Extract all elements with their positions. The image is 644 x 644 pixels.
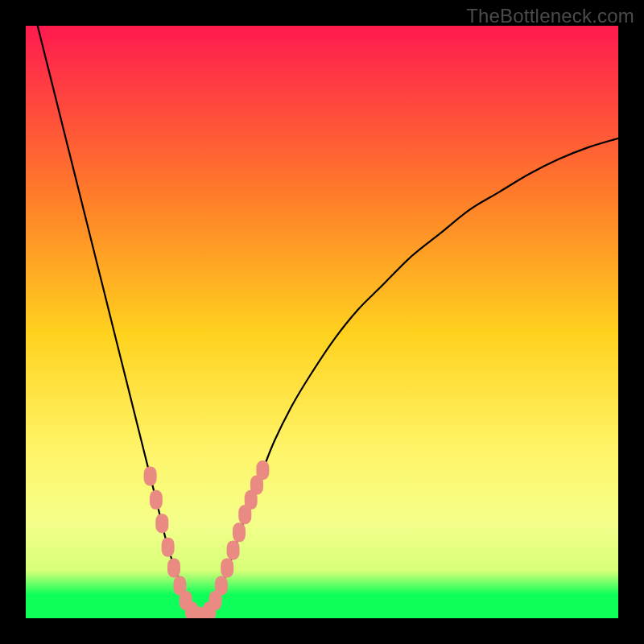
- marker-dot: [227, 540, 240, 559]
- marker-dot: [167, 558, 180, 577]
- marker-dot: [256, 460, 269, 480]
- marker-dot: [215, 576, 228, 596]
- watermark-text: TheBottleneck.com: [466, 5, 634, 27]
- marker-dot: [155, 514, 168, 533]
- gradient-background: [26, 26, 618, 618]
- marker-dot: [150, 490, 163, 510]
- marker-dot: [221, 558, 233, 577]
- outer-frame: TheBottleneck.com: [0, 0, 644, 644]
- marker-dot: [233, 522, 246, 542]
- plot-area: [26, 26, 618, 618]
- chart-svg: [26, 26, 618, 618]
- marker-dot: [162, 538, 175, 557]
- marker-dot: [144, 466, 157, 485]
